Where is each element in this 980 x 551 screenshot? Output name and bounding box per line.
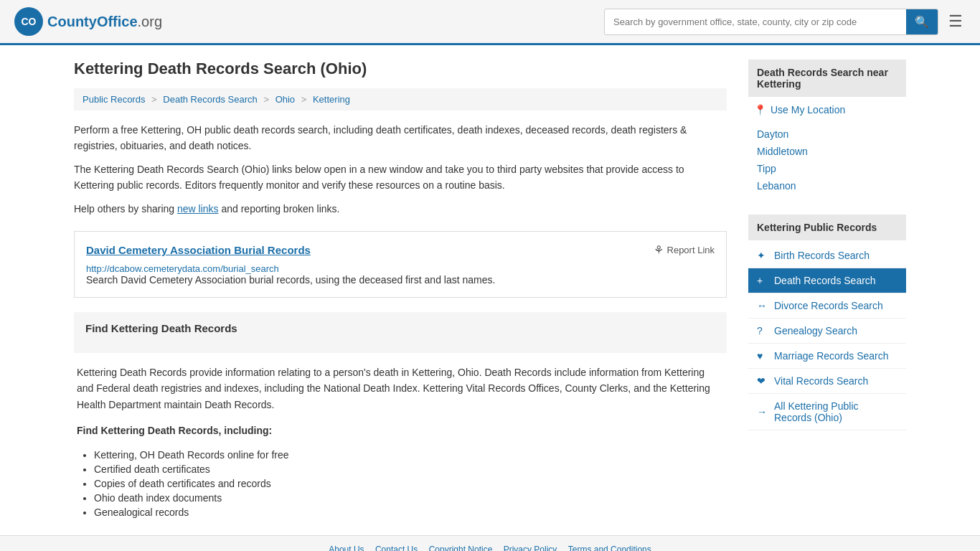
list-item: Genealogical records: [94, 507, 724, 518]
logo-area: CO CountyOffice.org: [14, 7, 162, 36]
list-item: Certified death certificates: [94, 463, 724, 475]
nearby-location-list: Dayton Middletown Tipp Lebanon: [748, 120, 906, 200]
genealogy-link[interactable]: ? Genealogy Search: [748, 319, 906, 343]
breadcrumb-sep-1: >: [151, 94, 157, 105]
logo-svg: CO: [19, 11, 39, 32]
genealogy-icon: ?: [757, 325, 768, 336]
marriage-icon: ♥: [757, 350, 768, 362]
sidebar-item-marriage: ♥ Marriage Records Search: [748, 344, 906, 369]
list-item: Lebanon: [751, 177, 903, 194]
sidebar-item-death: + Death Records Search: [748, 268, 906, 293]
divorce-records-link[interactable]: ↔ Divorce Records Search: [748, 293, 906, 318]
search-icon: 🔍: [915, 16, 929, 28]
breadcrumb-kettering[interactable]: Kettering: [313, 94, 350, 105]
page-title: Kettering Death Records Search (Ohio): [74, 60, 727, 78]
logo-text: CountyOffice.org: [47, 14, 162, 30]
header: CO CountyOffice.org 🔍 ☰: [0, 0, 980, 45]
sidebar-nearby-section: Death Records Search near Kettering 📍 Us…: [748, 60, 906, 200]
find-section-title: Find Kettering Death Records: [85, 322, 715, 334]
help-text: Help others by sharing new links and rep…: [74, 201, 727, 217]
death-records-link[interactable]: + Death Records Search: [748, 268, 906, 293]
vital-records-link[interactable]: ❤ Vital Records Search: [748, 369, 906, 393]
divorce-icon: ↔: [757, 300, 768, 311]
death-icon: +: [757, 275, 768, 286]
footer-copyright[interactable]: Copyright Notice: [429, 545, 493, 551]
sidebar-item-birth: ✦ Birth Records Search: [748, 243, 906, 268]
intro-text-2: The Kettering Death Records Search (Ohio…: [74, 161, 727, 194]
header-right: 🔍 ☰: [604, 9, 966, 35]
report-icon: ⚘: [654, 243, 664, 257]
vital-records-label: Vital Records Search: [774, 375, 868, 387]
breadcrumb-sep-2: >: [263, 94, 269, 105]
record-url[interactable]: http://dcabow.cemeterydata.com/burial_se…: [86, 263, 279, 274]
main-container: Kettering Death Records Search (Ohio) Pu…: [60, 45, 920, 535]
marriage-records-link[interactable]: ♥ Marriage Records Search: [748, 344, 906, 368]
location-lebanon[interactable]: Lebanon: [757, 180, 796, 192]
all-records-label: All Kettering Public Records (Ohio): [774, 400, 897, 423]
footer-about[interactable]: About Us: [329, 545, 364, 551]
list-item: Kettering, OH Death Records online for f…: [94, 449, 724, 461]
sidebar-nearby-heading: Death Records Search near Kettering: [748, 60, 906, 97]
location-dayton[interactable]: Dayton: [757, 128, 788, 140]
find-body-text: Kettering Death Records provide informat…: [77, 364, 724, 413]
footer-terms[interactable]: Terms and Conditions: [568, 545, 651, 551]
sidebar-item-all: → All Kettering Public Records (Ohio): [748, 394, 906, 430]
search-input[interactable]: [605, 11, 906, 33]
divorce-records-label: Divorce Records Search: [774, 300, 883, 311]
search-button[interactable]: 🔍: [906, 9, 938, 34]
genealogy-label: Genealogy Search: [774, 325, 857, 336]
svg-text:CO: CO: [22, 16, 37, 27]
find-list: Kettering, OH Death Records online for f…: [77, 449, 724, 518]
list-item: Middletown: [751, 143, 903, 160]
location-middletown[interactable]: Middletown: [757, 146, 808, 157]
list-item: Tipp: [751, 160, 903, 177]
breadcrumb-public-records[interactable]: Public Records: [83, 94, 145, 105]
all-records-link[interactable]: → All Kettering Public Records (Ohio): [748, 394, 906, 430]
content-area: Kettering Death Records Search (Ohio) Pu…: [74, 60, 727, 521]
footer: About Us Contact Us Copyright Notice Pri…: [0, 535, 980, 551]
report-label: Report Link: [667, 245, 715, 255]
location-tipp[interactable]: Tipp: [757, 163, 776, 174]
find-body: Kettering Death Records provide informat…: [74, 364, 727, 518]
use-location-link[interactable]: Use My Location: [771, 104, 845, 116]
sidebar-records-list: ✦ Birth Records Search + Death Records S…: [748, 243, 906, 430]
search-bar: 🔍: [604, 9, 938, 35]
footer-contact[interactable]: Contact Us: [375, 545, 418, 551]
record-card-header: David Cemetery Association Burial Record…: [86, 243, 715, 257]
list-item: Copies of death certificates and records: [94, 478, 724, 489]
footer-privacy[interactable]: Privacy Policy: [504, 545, 557, 551]
sidebar: Death Records Search near Kettering 📍 Us…: [748, 60, 906, 521]
breadcrumb: Public Records > Death Records Search > …: [74, 88, 727, 110]
sidebar-item-vital: ❤ Vital Records Search: [748, 369, 906, 394]
birth-icon: ✦: [757, 250, 768, 261]
sidebar-item-genealogy: ? Genealogy Search: [748, 319, 906, 344]
hamburger-icon: ☰: [948, 12, 963, 30]
menu-button[interactable]: ☰: [946, 9, 966, 34]
find-section: Find Kettering Death Records: [74, 312, 727, 353]
use-location-row: 📍 Use My Location: [748, 100, 906, 120]
birth-records-link[interactable]: ✦ Birth Records Search: [748, 243, 906, 268]
marriage-records-label: Marriage Records Search: [774, 350, 889, 362]
death-records-label: Death Records Search: [774, 275, 876, 286]
sidebar-records-heading: Kettering Public Records: [748, 215, 906, 240]
report-link[interactable]: ⚘ Report Link: [654, 243, 715, 257]
pin-icon: 📍: [754, 104, 766, 116]
breadcrumb-ohio[interactable]: Ohio: [275, 94, 295, 105]
record-title[interactable]: David Cemetery Association Burial Record…: [86, 244, 311, 256]
breadcrumb-sep-3: >: [301, 94, 307, 105]
vital-icon: ❤: [757, 375, 768, 387]
sidebar-item-divorce: ↔ Divorce Records Search: [748, 293, 906, 319]
list-item: Ohio death index documents: [94, 492, 724, 504]
intro-text-1: Perform a free Kettering, OH public deat…: [74, 122, 727, 154]
record-description: Search David Cemetery Association burial…: [86, 274, 715, 286]
breadcrumb-death-records[interactable]: Death Records Search: [163, 94, 258, 105]
birth-records-label: Birth Records Search: [774, 250, 870, 261]
list-item: Dayton: [751, 126, 903, 143]
sidebar-records-section: Kettering Public Records ✦ Birth Records…: [748, 215, 906, 430]
new-links[interactable]: new links: [177, 203, 219, 215]
logo-icon: CO: [14, 7, 43, 36]
record-card: David Cemetery Association Burial Record…: [74, 231, 727, 298]
find-subheading: Find Kettering Death Records, including:: [77, 423, 724, 438]
all-icon: →: [757, 406, 768, 418]
